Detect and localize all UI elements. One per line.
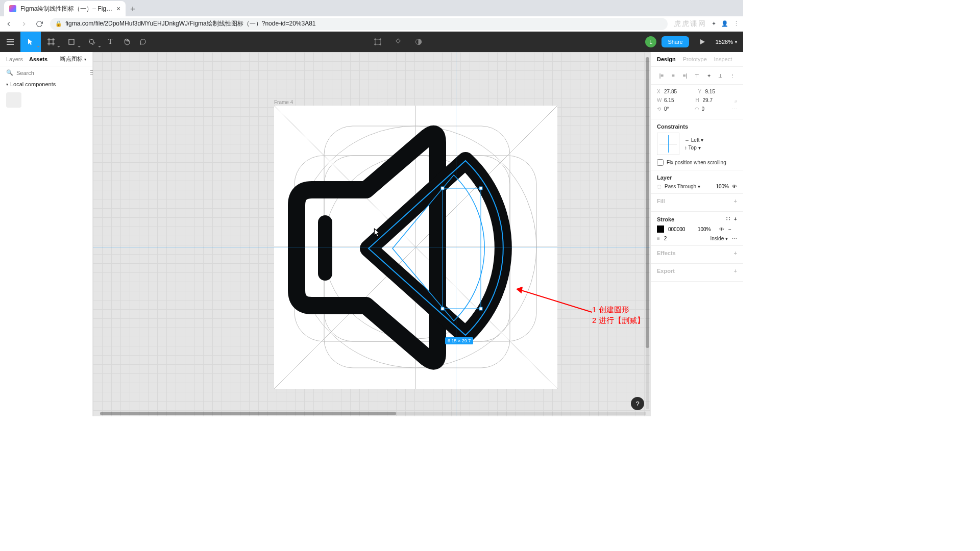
left-panel: Layers Assets 断点图标 ▾ 🔍 ☰ ▭ ▾Local compon…: [0, 52, 93, 416]
layer-title: Layer: [657, 174, 672, 181]
prototype-tab[interactable]: Prototype: [683, 56, 707, 62]
zoom-level[interactable]: 1528%▾: [716, 39, 737, 45]
page-selector[interactable]: 断点图标 ▾: [60, 55, 86, 63]
browser-menu-icon[interactable]: ⋮: [733, 20, 739, 27]
svg-line-30: [520, 290, 592, 312]
link-dimensions-icon[interactable]: ⟓: [734, 97, 737, 103]
assets-tab[interactable]: Assets: [29, 56, 47, 62]
blend-mode-icon: ◌: [657, 184, 662, 189]
stroke-title: Stroke: [657, 216, 674, 222]
canvas[interactable]: Frame 4: [93, 52, 650, 416]
svg-rect-28: [441, 307, 444, 310]
remove-stroke-icon[interactable]: −: [728, 227, 731, 232]
align-vcenter-icon[interactable]: ✦: [704, 71, 714, 80]
help-button[interactable]: ?: [631, 397, 644, 410]
add-fill-icon[interactable]: +: [734, 198, 737, 204]
mouse-cursor-icon: [374, 228, 381, 237]
blend-mode-select[interactable]: Pass Through ▾: [665, 184, 700, 189]
present-button[interactable]: [694, 32, 710, 52]
align-bottom-icon[interactable]: ⊥: [716, 71, 725, 80]
reload-button[interactable]: [35, 19, 44, 29]
stroke-color-chip[interactable]: [657, 226, 664, 233]
add-effect-icon[interactable]: +: [734, 250, 737, 256]
address-bar[interactable]: 🔒 figma.com/file/2DpoMHuf3dMYuEHJDnkgWJ/…: [50, 18, 668, 30]
stroke-weight-icon: ≡: [657, 236, 660, 241]
stroke-advanced-icon[interactable]: ⋯: [732, 236, 737, 241]
right-panel: Design Prototype Inspect |≡ ≡ ≡| ⊤ ✦ ⊥ ⋮…: [650, 52, 743, 416]
profile-icon[interactable]: 👤: [721, 20, 728, 27]
pen-tool[interactable]: [82, 32, 102, 52]
add-export-icon[interactable]: +: [734, 268, 737, 274]
comment-tool[interactable]: [135, 32, 151, 52]
frame-tool[interactable]: [41, 32, 61, 52]
new-tab-button[interactable]: +: [126, 2, 140, 16]
svg-point-11: [375, 44, 376, 45]
watermark: 虎虎课网: [674, 19, 706, 29]
user-avatar[interactable]: L: [645, 36, 656, 47]
move-tool[interactable]: [20, 32, 41, 52]
more-options-icon[interactable]: ⋯: [732, 106, 737, 112]
share-button[interactable]: Share: [662, 36, 689, 47]
local-components-header[interactable]: ▾Local components: [0, 79, 92, 89]
svg-rect-7: [69, 39, 74, 44]
svg-rect-27: [479, 187, 482, 190]
forward-button[interactable]: [19, 19, 29, 29]
stroke-weight-input[interactable]: [664, 236, 676, 241]
fix-position-checkbox[interactable]: [657, 159, 664, 166]
stroke-style-icon[interactable]: ∷: [726, 216, 730, 222]
constraints-widget[interactable]: [657, 133, 679, 155]
frame-label[interactable]: Frame 4: [274, 99, 293, 105]
guide-horizontal: [93, 247, 650, 247]
stroke-visibility-icon[interactable]: 👁: [719, 227, 724, 232]
mask-icon[interactable]: [410, 32, 427, 52]
hand-tool[interactable]: [118, 32, 135, 52]
visibility-icon[interactable]: 👁: [732, 184, 737, 189]
w-input[interactable]: [664, 97, 687, 103]
svg-rect-26: [441, 187, 444, 190]
browser-tab[interactable]: Figma绘制线性图标（一）– Fig… ×: [4, 1, 126, 16]
browser-tab-strip: Figma绘制线性图标（一）– Fig… × +: [0, 0, 743, 16]
text-tool[interactable]: T: [102, 32, 118, 52]
design-tab[interactable]: Design: [657, 56, 676, 62]
guide-vertical: [456, 52, 456, 416]
svg-rect-13: [396, 39, 400, 43]
layer-opacity-input[interactable]: [710, 184, 729, 189]
radius-input[interactable]: [702, 106, 724, 112]
main-menu-button[interactable]: [0, 32, 20, 52]
rotation-input[interactable]: [664, 106, 687, 112]
stroke-color-input[interactable]: [668, 227, 694, 232]
selection-size-label: 6.15 × 29.7: [445, 337, 473, 344]
inspect-tab[interactable]: Inspect: [714, 56, 732, 62]
url-text: figma.com/file/2DpoMHuf3dMYuEHJDnkgWJ/Fi…: [65, 19, 316, 28]
component-thumbnail[interactable]: [6, 92, 21, 108]
close-tab-icon[interactable]: ×: [116, 5, 120, 13]
back-button[interactable]: [4, 19, 13, 29]
stroke-opacity-input[interactable]: [698, 227, 715, 232]
tab-title: Figma绘制线性图标（一）– Fig…: [20, 5, 112, 13]
fix-position-label: Fix position when scrolling: [667, 160, 726, 165]
x-input[interactable]: [664, 89, 687, 94]
y-input[interactable]: [705, 89, 728, 94]
add-stroke-icon[interactable]: +: [734, 216, 737, 222]
extensions-icon[interactable]: ✦: [712, 20, 716, 27]
create-component-icon[interactable]: [390, 32, 406, 52]
component-controls-icon[interactable]: [370, 32, 386, 52]
align-top-icon[interactable]: ⊤: [692, 71, 701, 80]
svg-point-9: [375, 39, 376, 40]
align-left-icon[interactable]: |≡: [657, 71, 666, 80]
shape-tool[interactable]: [61, 32, 82, 52]
align-hcenter-icon[interactable]: ≡: [669, 71, 678, 80]
fill-title: Fill: [657, 198, 665, 204]
asset-search-input[interactable]: [16, 70, 87, 76]
h-input[interactable]: [703, 97, 725, 103]
distribute-icon[interactable]: ⋮: [728, 71, 737, 80]
stroke-align-select[interactable]: Inside ▾: [710, 236, 728, 241]
constraint-v-select[interactable]: ↕ Top ▾: [684, 145, 703, 151]
layers-tab[interactable]: Layers: [6, 56, 23, 62]
align-right-icon[interactable]: ≡|: [680, 71, 690, 80]
svg-rect-24: [318, 215, 332, 281]
vertical-scrollbar[interactable]: [646, 57, 649, 409]
figma-favicon-icon: [9, 5, 16, 12]
constraint-h-select[interactable]: ↔ Left ▾: [684, 137, 703, 143]
horizontal-scrollbar[interactable]: [100, 412, 646, 415]
